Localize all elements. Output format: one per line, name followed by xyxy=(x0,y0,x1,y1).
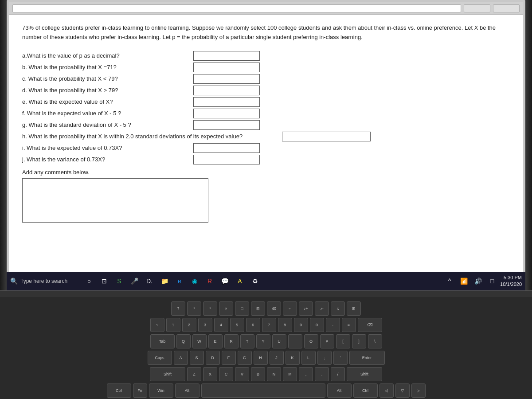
key-r[interactable]: R xyxy=(224,334,239,348)
key-l[interactable]: L xyxy=(301,351,316,365)
key-quote[interactable]: ' xyxy=(333,351,348,365)
key-caps[interactable]: Caps xyxy=(148,351,172,365)
key-arrow-down[interactable]: ▽ xyxy=(395,383,410,398)
key-ctrl-l[interactable]: Ctrl xyxy=(107,383,131,398)
answer-input-i[interactable] xyxy=(193,143,260,153)
address-bar[interactable] xyxy=(12,4,461,12)
key-i[interactable]: I xyxy=(288,334,302,348)
key-n[interactable]: N xyxy=(267,367,281,381)
key-comma[interactable]: , xyxy=(299,367,313,381)
taskbar-folder-icon[interactable]: 📁 xyxy=(158,275,171,287)
key-fn4[interactable]: × xyxy=(219,301,233,316)
taskbar-mic-icon[interactable]: 🎤 xyxy=(128,275,141,287)
key-1[interactable]: 1 xyxy=(166,318,180,332)
key-fn7[interactable]: 40 xyxy=(267,301,281,316)
key-f[interactable]: F xyxy=(222,351,236,365)
key-backslash[interactable]: \ xyxy=(368,334,382,348)
key-fn10[interactable]: ♪- xyxy=(315,301,329,316)
key-fn2[interactable]: * xyxy=(187,301,201,316)
taskbar-taskview-icon[interactable]: ⊡ xyxy=(98,275,110,287)
key-fn5[interactable]: □ xyxy=(235,301,249,316)
key-period[interactable]: . xyxy=(315,367,329,381)
key-o[interactable]: O xyxy=(304,334,318,348)
key-5[interactable]: 5 xyxy=(230,318,244,332)
key-d[interactable]: D xyxy=(206,351,220,365)
key-enter[interactable]: Enter xyxy=(349,351,385,365)
answer-input-b[interactable] xyxy=(193,63,260,72)
key-4[interactable]: 4 xyxy=(214,318,228,332)
taskbar-r-icon[interactable]: R xyxy=(203,275,216,287)
key-bracket-l[interactable]: [ xyxy=(336,334,350,348)
key-m[interactable]: M xyxy=(283,367,297,381)
key-alt-r[interactable]: Alt xyxy=(327,383,352,398)
key-arrow-left[interactable]: ◁ xyxy=(379,383,394,398)
key-x[interactable]: X xyxy=(203,367,217,381)
key-bracket-r[interactable]: ] xyxy=(352,334,366,348)
key-s[interactable]: S xyxy=(190,351,204,365)
taskbar-network-icon[interactable]: 📶 xyxy=(458,275,470,287)
key-space[interactable] xyxy=(201,383,325,398)
taskbar-chat-icon[interactable]: 💬 xyxy=(219,275,231,287)
key-y[interactable]: Y xyxy=(256,334,270,348)
key-fn11[interactable]: ♫ xyxy=(331,301,345,316)
taskbar-a-icon[interactable]: A xyxy=(234,275,246,287)
answer-input-c[interactable] xyxy=(193,74,260,84)
answer-input-j[interactable] xyxy=(193,155,260,164)
key-2[interactable]: 2 xyxy=(182,318,196,332)
taskbar-recents-icon[interactable]: ♻ xyxy=(249,275,261,287)
key-t[interactable]: T xyxy=(240,334,254,348)
key-a[interactable]: A xyxy=(174,351,188,365)
answer-input-d[interactable] xyxy=(193,86,260,95)
taskbar-edge-icon[interactable]: e xyxy=(173,275,186,287)
key-h[interactable]: H xyxy=(254,351,268,365)
key-minus[interactable]: - xyxy=(326,318,340,332)
key-semicolon[interactable]: ; xyxy=(317,351,332,365)
key-w[interactable]: W xyxy=(192,334,207,348)
key-fn8[interactable]: ← xyxy=(283,301,297,316)
key-fn12[interactable]: ⊞ xyxy=(347,301,361,316)
key-u[interactable]: U xyxy=(272,334,286,348)
key-arrow-right[interactable]: ▷ xyxy=(411,383,426,398)
key-z[interactable]: Z xyxy=(187,367,201,381)
taskbar-search[interactable]: 🔍 Type here to search xyxy=(10,278,81,285)
answer-input-g[interactable] xyxy=(193,120,260,130)
key-shift-l[interactable]: Shift xyxy=(150,367,185,381)
key-b[interactable]: B xyxy=(251,367,265,381)
key-k[interactable]: K xyxy=(286,351,300,365)
key-6[interactable]: 6 xyxy=(246,318,260,332)
key-g[interactable]: G xyxy=(238,351,252,365)
key-e[interactable]: E xyxy=(208,334,223,348)
taskbar-notification-icon[interactable]: □ xyxy=(486,275,498,287)
key-3[interactable]: 3 xyxy=(198,318,212,332)
key-win[interactable]: Win xyxy=(149,383,173,398)
key-fn1[interactable]: ? xyxy=(171,301,185,316)
key-alt-l[interactable]: Alt xyxy=(175,383,200,398)
key-0[interactable]: 0 xyxy=(310,318,324,332)
taskbar-app1-icon[interactable]: ◉ xyxy=(188,275,201,287)
answer-input-e[interactable] xyxy=(193,97,260,107)
key-p[interactable]: P xyxy=(320,334,334,348)
key-fn6[interactable]: ⊞ xyxy=(251,301,265,316)
comments-textarea[interactable] xyxy=(22,178,208,223)
answer-input-f[interactable] xyxy=(193,109,260,118)
key-7[interactable]: 7 xyxy=(262,318,276,332)
key-tab[interactable]: Tab xyxy=(150,334,175,348)
answer-input-a[interactable] xyxy=(193,51,260,61)
taskbar-s-icon[interactable]: S xyxy=(113,275,125,287)
taskbar-download-icon[interactable]: D. xyxy=(143,275,156,287)
key-fn[interactable]: Fn xyxy=(133,383,147,398)
key-fn3[interactable]: * xyxy=(203,301,217,316)
key-q[interactable]: Q xyxy=(176,334,191,348)
key-8[interactable]: 8 xyxy=(278,318,292,332)
key-shift-r[interactable]: Shift xyxy=(347,367,382,381)
key-9[interactable]: 9 xyxy=(294,318,308,332)
taskbar-sound-icon[interactable]: 🔊 xyxy=(472,275,484,287)
key-j[interactable]: J xyxy=(270,351,284,365)
key-slash[interactable]: / xyxy=(331,367,345,381)
key-tilde[interactable]: ~ xyxy=(150,318,164,332)
key-c[interactable]: C xyxy=(219,367,233,381)
key-backspace[interactable]: ⌫ xyxy=(358,318,382,332)
key-ctrl-r[interactable]: Ctrl xyxy=(353,383,378,398)
taskbar-chevron-icon[interactable]: ^ xyxy=(443,275,456,287)
key-fn9[interactable]: ♪+ xyxy=(299,301,313,316)
